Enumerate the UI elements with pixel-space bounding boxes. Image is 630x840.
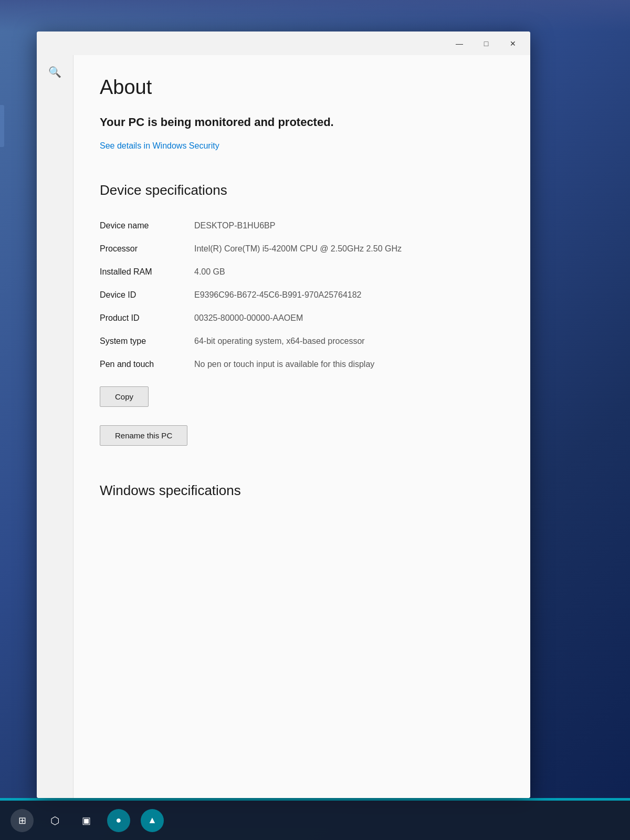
close-button[interactable]: ✕ xyxy=(501,35,525,52)
device-specs-title: Device specifications xyxy=(100,182,504,198)
sidebar: 🔍 xyxy=(37,55,74,798)
copy-button[interactable]: Copy xyxy=(100,386,149,407)
spec-row: Pen and touchNo pen or touch input is av… xyxy=(100,353,504,376)
main-content: About Your PC is being monitored and pro… xyxy=(74,55,530,798)
spec-row: Device IDE9396C96-B672-45C6-B991-970A257… xyxy=(100,284,504,307)
maximize-button[interactable]: □ xyxy=(474,35,498,52)
file-explorer-icon[interactable]: ▲ xyxy=(141,809,164,832)
spec-value: 64-bit operating system, x64-based proce… xyxy=(194,335,504,348)
left-accent-decoration xyxy=(0,105,4,147)
task-view-icon[interactable]: ▣ xyxy=(76,810,97,831)
window-controls: — □ ✕ xyxy=(447,35,525,52)
start-button[interactable]: ⊞ xyxy=(10,809,34,832)
page-title: About xyxy=(100,76,504,99)
spec-value: 4.00 GB xyxy=(194,266,504,278)
search-taskbar-icon[interactable]: ⬡ xyxy=(44,810,65,831)
content-area: 🔍 About Your PC is being monitored and p… xyxy=(37,55,530,798)
spec-value: 00325-80000-00000-AAOEM xyxy=(194,312,504,324)
windows-specs-title: Windows specifications xyxy=(100,482,504,499)
spec-row: Installed RAM4.00 GB xyxy=(100,260,504,284)
spec-row: ProcessorIntel(R) Core(TM) i5-4200M CPU … xyxy=(100,237,504,260)
spec-rows-container: Device nameDESKTOP-B1HU6BPProcessorIntel… xyxy=(100,214,504,376)
spec-label: Installed RAM xyxy=(100,266,194,278)
spec-label: Product ID xyxy=(100,312,194,324)
spec-value: DESKTOP-B1HU6BP xyxy=(194,219,504,232)
spec-row: Product ID00325-80000-00000-AAOEM xyxy=(100,307,504,330)
spec-row: Device nameDESKTOP-B1HU6BP xyxy=(100,214,504,237)
spec-label: Device ID xyxy=(100,289,194,301)
minimize-button[interactable]: — xyxy=(447,35,471,52)
security-link[interactable]: See details in Windows Security xyxy=(100,141,219,151)
spec-label: Pen and touch xyxy=(100,358,194,371)
spec-value: No pen or touch input is available for t… xyxy=(194,358,504,371)
rename-pc-button[interactable]: Rename this PC xyxy=(100,425,187,446)
spec-label: Processor xyxy=(100,243,194,255)
title-bar: — □ ✕ xyxy=(37,32,530,55)
spec-label: System type xyxy=(100,335,194,348)
security-heading: Your PC is being monitored and protected… xyxy=(100,114,504,131)
spec-label: Device name xyxy=(100,219,194,232)
taskbar: ⊞ ⬡ ▣ ● ▲ xyxy=(0,801,630,840)
spacer-1 xyxy=(100,172,504,182)
spec-row: System type64-bit operating system, x64-… xyxy=(100,330,504,353)
spec-value: E9396C96-B672-45C6-B991-970A25764182 xyxy=(194,289,504,301)
edge-icon[interactable]: ● xyxy=(107,809,130,832)
sidebar-search-icon[interactable]: 🔍 xyxy=(44,60,67,83)
settings-window: — □ ✕ 🔍 About Your PC is being monitored… xyxy=(37,32,530,798)
spec-value: Intel(R) Core(TM) i5-4200M CPU @ 2.50GHz… xyxy=(194,243,504,255)
